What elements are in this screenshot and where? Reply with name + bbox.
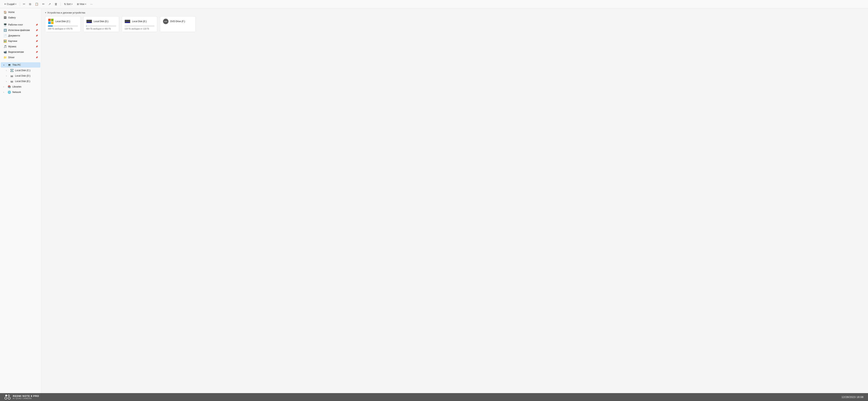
music-pin-icon: 📌	[35, 45, 38, 48]
create-icon: ✦	[4, 3, 6, 5]
sort-chevron-icon: ▾	[71, 3, 72, 5]
drive-tile-drive-e[interactable]: Local Disk (E:) 118 ГБ свободни от 118 Г…	[122, 16, 157, 32]
rename-button[interactable]: ✏	[41, 1, 46, 7]
music-label: Музика	[8, 45, 16, 48]
local-c-icon: 💽	[10, 69, 13, 72]
this-pc-expand-arrow: ▾	[3, 64, 6, 66]
this-pc-label: This PC	[12, 64, 21, 66]
drive-d-progress-fill	[86, 26, 87, 27]
documents-label: Документи	[8, 34, 20, 37]
downloads-label: Изтеглени файлове	[8, 29, 30, 32]
sidebar-spacer2	[0, 60, 41, 62]
watermark-left: REDMI NOTE 8 PRO AI QUAD CAMERA	[4, 395, 39, 400]
drive-e-info: 118 ГБ свободни от 118 ГБ	[124, 28, 154, 30]
more-label: ···	[90, 2, 93, 6]
documents-icon: 📄	[3, 34, 7, 37]
videos-pin-icon: 📌	[35, 51, 38, 53]
sidebar-item-music[interactable]: 🎵 Музика 📌	[1, 44, 40, 49]
toolbar: ✦ Създай ▾ ✂ ⧉ 📋 ✏ ↗ 🗑 ⇅ Sort ▾ ⊞ View ▾…	[0, 0, 868, 8]
sidebar-item-downloads[interactable]: ⬇️ Изтеглени файлове 📌	[1, 28, 40, 33]
view-button[interactable]: ⊞ View ▾	[75, 2, 88, 6]
downloads-icon: ⬇️	[3, 29, 7, 32]
sidebar-item-videos[interactable]: 📹 Видеоклипове 📌	[1, 50, 40, 55]
view-label: View	[80, 3, 85, 5]
dot-outline	[8, 395, 10, 397]
sidebar-tree-libraries[interactable]: ›📚Libraries	[1, 84, 40, 89]
svg-rect-1	[51, 19, 54, 21]
sidebar-item-home[interactable]: 🏠 Home	[1, 9, 40, 15]
driver-pin-icon: 📌	[35, 56, 38, 59]
camera-circles	[4, 397, 10, 400]
device-info: REDMI NOTE 8 PRO AI QUAD CAMERA	[13, 395, 39, 400]
section-header-devices[interactable]: ▾ Устройства и дискови устройства	[45, 11, 864, 14]
drive-c-header: Local Disk (C:)	[48, 19, 78, 24]
sidebar: 🏠 Home 🖼 Gallery 🖥️ Работен плот 📌 ⬇️ Из…	[0, 8, 41, 401]
videos-label: Видеоклипове	[8, 51, 24, 53]
svg-rect-0	[48, 19, 51, 21]
local-e-expand-arrow: ›	[6, 80, 9, 83]
drive-c-progress-bar	[48, 26, 78, 27]
driver-label: Driver	[8, 56, 14, 59]
circle-icon-2	[8, 397, 10, 400]
camera-icon-block	[4, 395, 10, 400]
svg-rect-3	[51, 22, 54, 24]
drive-e-icon	[124, 19, 130, 24]
libraries-expand-arrow: ›	[3, 86, 6, 88]
drive-f-name: DVD Drive (F:)	[170, 20, 185, 23]
section-chevron-icon: ▾	[45, 11, 46, 14]
section-label: Устройства и дискови устройства	[47, 11, 85, 14]
drive-tile-drive-d[interactable]: Local Disk (D:) 464 ГБ свободни от 465 Г…	[83, 16, 119, 32]
more-button[interactable]: ···	[89, 1, 94, 6]
sidebar-spacer	[0, 21, 41, 22]
libraries-icon: 📚	[7, 85, 11, 88]
copy-button[interactable]: ⧉	[28, 1, 33, 7]
sidebar-item-documents[interactable]: 📄 Документи 📌	[1, 33, 40, 38]
sidebar-item-desktop[interactable]: 🖥️ Работен плот 📌	[1, 22, 40, 27]
cut-button[interactable]: ✂	[22, 1, 27, 7]
circle-icon-1	[4, 397, 7, 400]
sidebar-item-gallery[interactable]: 🖼 Gallery	[1, 15, 40, 20]
driver-icon: 📁	[3, 56, 7, 59]
view-chevron-icon: ▾	[85, 3, 86, 5]
pictures-label: Картини	[8, 40, 17, 42]
desktop-pin-icon: 📌	[35, 24, 38, 26]
local-e-label: Local Disk (E:)	[15, 80, 30, 83]
drive-c-icon	[48, 19, 54, 24]
sidebar-tree-network[interactable]: ›🌐Network	[1, 90, 40, 95]
watermark: REDMI NOTE 8 PRO AI QUAD CAMERA 12/28/20…	[0, 393, 868, 401]
drive-c-progress-fill	[48, 26, 53, 27]
create-label: Създай	[7, 3, 14, 5]
device-camera: AI QUAD CAMERA	[13, 397, 39, 400]
network-label: Network	[12, 91, 21, 93]
tree-items-list: ▾💻This PC›💽Local Disk (C:)›🖴Local Disk (…	[0, 62, 41, 95]
drive-d-progress-bar	[86, 26, 116, 27]
dot-filled	[5, 395, 7, 397]
paste-button[interactable]: 📋	[33, 1, 40, 7]
this-pc-icon: 💻	[7, 63, 11, 67]
home-icon: 🏠	[3, 10, 7, 14]
sidebar-item-pictures[interactable]: 🖼️ Картини 📌	[1, 38, 40, 44]
sidebar-tree-local-d[interactable]: ›🖴Local Disk (D:)	[1, 73, 40, 79]
drive-tile-drive-c[interactable]: Local Disk (C:) 398 ГБ свободни от 476 Г…	[45, 16, 81, 32]
sort-button[interactable]: ⇅ Sort ▾	[62, 2, 74, 6]
drive-c-info: 398 ГБ свободни от 476 ГБ	[48, 28, 78, 30]
watermark-datetime: 12/28/2023 18:08	[841, 396, 864, 399]
drive-d-header: Local Disk (D:)	[86, 19, 116, 24]
sidebar-item-driver[interactable]: 📁 Driver 📌	[1, 55, 40, 60]
drive-d-icon	[86, 19, 92, 24]
downloads-pin-icon: 📌	[35, 29, 38, 32]
create-button[interactable]: ✦ Създай ▾	[2, 2, 18, 6]
pinned-items-list: 🖥️ Работен плот 📌 ⬇️ Изтеглени файлове 📌…	[0, 22, 41, 60]
drive-f-header: DVD DVD Drive (F:)	[163, 19, 193, 24]
sidebar-tree-local-e[interactable]: ›🖴Local Disk (E:)	[1, 79, 40, 84]
create-chevron-icon: ▾	[16, 3, 16, 5]
camera-dots	[5, 395, 10, 397]
drive-tile-drive-f[interactable]: DVD DVD Drive (F:)	[160, 16, 195, 32]
local-d-expand-arrow: ›	[6, 75, 9, 77]
view-icon: ⊞	[77, 3, 79, 5]
sidebar-tree-this-pc[interactable]: ▾💻This PC	[1, 62, 40, 68]
drive-d-name: Local Disk (D:)	[94, 20, 108, 23]
delete-button[interactable]: 🗑	[53, 1, 59, 6]
share-button[interactable]: ↗	[47, 1, 52, 7]
sidebar-tree-local-c[interactable]: ›💽Local Disk (C:)	[1, 68, 40, 73]
